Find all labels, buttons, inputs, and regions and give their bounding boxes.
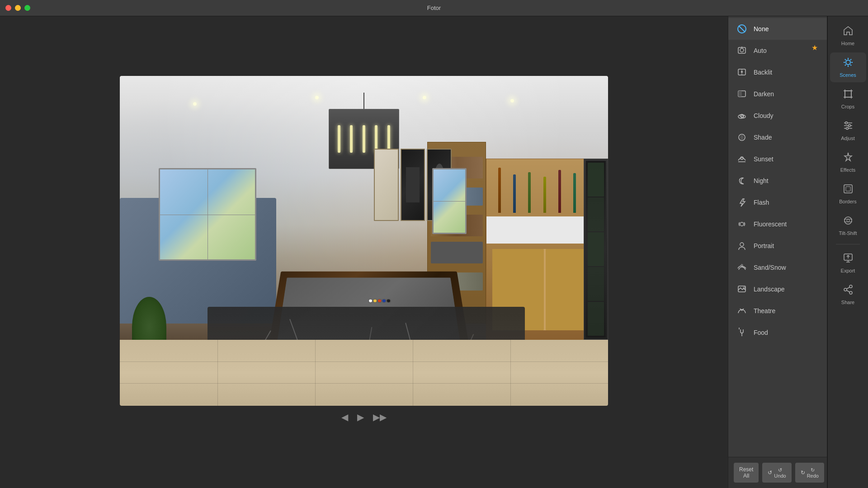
svg-rect-44 — [846, 187, 850, 191]
svg-rect-43 — [844, 185, 852, 193]
sidebar-item-export[interactable]: Export — [830, 248, 866, 278]
none-icon — [736, 23, 748, 35]
export-label: Export — [841, 268, 855, 273]
scene-item-darken[interactable]: Darken — [728, 83, 827, 105]
undo-label: ↺ Undo — [774, 467, 786, 479]
scene-item-night[interactable]: Night — [728, 170, 827, 192]
sidebar-item-effects[interactable]: Effects — [830, 147, 866, 177]
sidebar-item-borders[interactable]: Borders — [830, 179, 866, 209]
toolbar-bottom: ◀ ▶ ▶▶ — [341, 406, 387, 428]
window-right — [432, 168, 467, 234]
svg-point-16 — [740, 222, 744, 226]
night-icon — [736, 174, 748, 187]
scenes-list: None Auto ★ — [728, 16, 827, 457]
scene-item-backlit[interactable]: Backlit — [728, 61, 827, 83]
titlebar: Fotor — [0, 0, 868, 16]
scene-label-shade: Shade — [754, 134, 772, 141]
scene-label-sunset: Sunset — [754, 155, 774, 163]
scene-label-none: None — [754, 25, 769, 33]
scene-item-fluorescent[interactable]: Fluorescent — [728, 213, 827, 235]
undo-icon: ↺ — [768, 469, 772, 476]
sidebar-item-scenes[interactable]: Scenes — [830, 52, 866, 82]
flash-icon — [736, 196, 748, 209]
sand-snow-icon — [736, 261, 748, 274]
scenes-icon — [843, 57, 854, 70]
landscape-icon — [736, 283, 748, 296]
scene-item-flash[interactable]: Flash — [728, 192, 827, 213]
window-buttons — [5, 5, 30, 11]
auto-badge: ★ — [811, 43, 818, 52]
svg-line-1 — [739, 26, 745, 32]
floor — [120, 340, 608, 406]
scene-item-portrait[interactable]: Portrait — [728, 235, 827, 257]
auto-icon — [736, 44, 748, 57]
scene-item-sunset[interactable]: Sunset — [728, 148, 827, 170]
fluorescent-icon — [736, 218, 748, 230]
adjust-label: Adjust — [841, 136, 855, 141]
svg-line-28 — [844, 59, 845, 60]
tilt-shift-label: Tilt-Shift — [839, 230, 857, 236]
svg-line-55 — [846, 287, 849, 289]
scene-item-sand-snow[interactable]: Sand/Snow — [728, 257, 827, 278]
scene-item-shade[interactable]: Shade — [728, 127, 827, 148]
cloudy-icon — [736, 109, 748, 122]
svg-rect-9 — [738, 91, 742, 97]
shade-icon — [736, 131, 748, 144]
main-area: ◀ ▶ ▶▶ None — [0, 16, 868, 488]
play-button[interactable]: ▶ — [357, 412, 364, 422]
sidebar-item-home[interactable]: Home — [830, 21, 866, 51]
close-button[interactable] — [5, 5, 11, 11]
tilt-shift-icon — [843, 215, 854, 229]
scenes-label: Scenes — [840, 72, 856, 78]
reset-all-button[interactable]: Reset All — [734, 463, 759, 483]
darken-icon — [736, 88, 748, 100]
scenes-footer: Reset All ↺ ↺ Undo ↻ ↻ Redo — [728, 457, 827, 488]
svg-line-31 — [850, 59, 851, 60]
scene-item-theatre[interactable]: Theatre — [728, 300, 827, 322]
scene-item-food[interactable]: Food — [728, 322, 827, 343]
svg-point-3 — [740, 48, 744, 52]
borders-label: Borders — [839, 199, 857, 204]
ceiling-light-2 — [315, 96, 319, 99]
effects-icon — [843, 152, 854, 165]
photo-background — [120, 76, 608, 406]
sidebar-item-tilt-shift[interactable]: Tilt-Shift — [830, 211, 866, 240]
scene-item-none[interactable]: None — [728, 18, 827, 40]
svg-point-17 — [740, 243, 744, 246]
undo-button[interactable]: ↺ ↺ Undo — [762, 463, 791, 483]
prev-button[interactable]: ◀ — [341, 412, 348, 422]
svg-point-52 — [844, 288, 847, 291]
next-button[interactable]: ▶▶ — [373, 412, 387, 422]
canvas-area: ◀ ▶ ▶▶ — [0, 16, 728, 488]
scene-item-landscape[interactable]: Landscape — [728, 278, 827, 300]
sidebar-item-share[interactable]: Share — [830, 280, 866, 310]
scene-label-theatre: Theatre — [754, 307, 775, 314]
svg-point-7 — [741, 71, 743, 73]
sidebar-item-crops[interactable]: Crops — [830, 84, 866, 114]
crops-label: Crops — [841, 104, 854, 109]
svg-point-41 — [848, 125, 850, 127]
effects-label: Effects — [840, 167, 855, 173]
scene-label-darken: Darken — [754, 90, 774, 98]
scene-label-sand-snow: Sand/Snow — [754, 264, 786, 271]
photo-container — [120, 76, 608, 406]
wine-fridge — [584, 159, 608, 340]
scene-label-food: Food — [754, 329, 768, 336]
scene-label-backlit: Backlit — [754, 69, 772, 76]
scene-item-cloudy[interactable]: Cloudy — [728, 105, 827, 127]
app-title: Fotor — [427, 5, 441, 11]
scene-label-landscape: Landscape — [754, 286, 785, 293]
svg-point-45 — [844, 217, 852, 224]
scene-label-fluorescent: Fluorescent — [754, 221, 787, 228]
sidebar-item-adjust[interactable]: Adjust — [830, 116, 866, 145]
svg-point-23 — [846, 60, 850, 65]
share-label: Share — [841, 300, 854, 305]
maximize-button[interactable] — [24, 5, 30, 11]
svg-line-30 — [844, 65, 845, 66]
scene-item-auto[interactable]: Auto ★ — [728, 40, 827, 61]
minimize-button[interactable] — [15, 5, 21, 11]
svg-point-42 — [846, 127, 848, 130]
redo-button[interactable]: ↻ ↻ Redo — [795, 463, 824, 483]
scene-label-auto: Auto — [754, 47, 767, 54]
svg-line-54 — [846, 291, 849, 292]
